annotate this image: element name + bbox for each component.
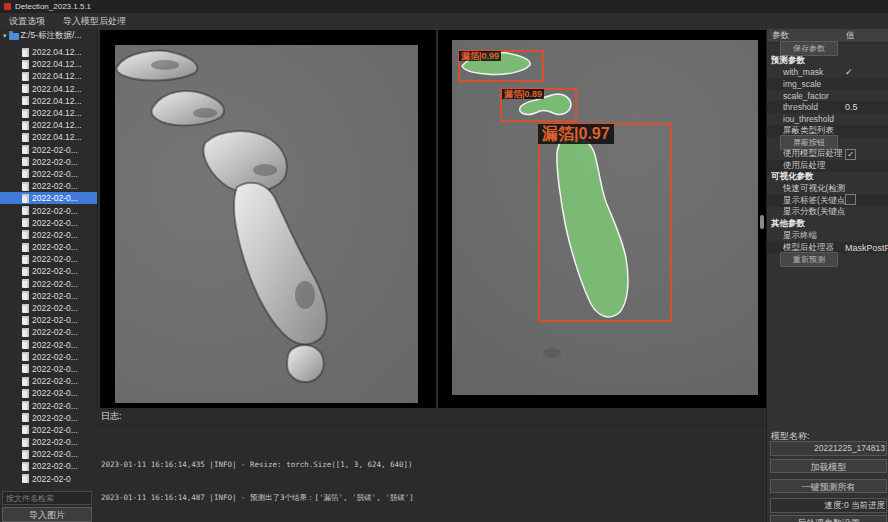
- param-row[interactable]: iou_threshold: [767, 113, 888, 125]
- param-row[interactable]: 预测参数: [767, 55, 888, 67]
- param-row[interactable]: 显示标签(关键点): [767, 195, 888, 207]
- tree-file-item[interactable]: 2022-02-0...: [0, 387, 97, 399]
- import-images-button[interactable]: 导入图片: [2, 507, 92, 522]
- file-icon: [22, 462, 29, 471]
- tree-file-item[interactable]: 2022-02-0...: [0, 168, 97, 180]
- param-row[interactable]: 显示终端: [767, 230, 888, 242]
- tree-root-folder[interactable]: ▾ Z:/5-标注数据/...: [0, 29, 97, 43]
- tree-file-item[interactable]: 2022.04.12...: [0, 107, 97, 119]
- tree-file-item[interactable]: 2022-02-0...: [0, 399, 97, 411]
- detection-label-3: 漏箔|0.97: [538, 124, 614, 144]
- tree-file-item[interactable]: 2022-02-0...: [0, 448, 97, 460]
- file-icon: [22, 157, 29, 166]
- param-row[interactable]: 显示分数(关键点): [767, 207, 888, 219]
- tree-file-item[interactable]: 2022.04.12...: [0, 58, 97, 70]
- tree-file-item[interactable]: 2022.04.12...: [0, 70, 97, 82]
- param-row[interactable]: img_scale: [767, 78, 888, 90]
- tree-file-item[interactable]: 2022-02-0...: [0, 412, 97, 424]
- param-row[interactable]: scale_factor: [767, 90, 888, 102]
- param-value: [845, 56, 888, 65]
- tree-file-item[interactable]: 2022-02-0...: [0, 436, 97, 448]
- menu-import-postprocess[interactable]: 导入模型后处理: [54, 13, 135, 29]
- predict-all-button[interactable]: 一键预测所有: [770, 479, 887, 493]
- param-value: [845, 194, 888, 207]
- tree-file-item[interactable]: 2022-02-0...: [0, 253, 97, 265]
- param-value: [845, 91, 888, 100]
- log-line: 2023-01-11 16:16:14,487 |INFO| - 预测出了3个结…: [101, 494, 766, 502]
- defect-blobs-graphic: [115, 45, 418, 403]
- param-label: iou_threshold: [783, 114, 845, 124]
- tree-file-item[interactable]: 2022.04.12...: [0, 46, 97, 58]
- param-value: [845, 185, 888, 194]
- log-panel[interactable]: 日志: 2023-01-11 16:16:14,435 |INFO| - Res…: [97, 408, 766, 522]
- tree-file-item[interactable]: 2022-02-0...: [0, 278, 97, 290]
- param-value: ✓: [845, 149, 888, 160]
- tree-file-item[interactable]: 2022-02-0...: [0, 229, 97, 241]
- tree-file-item[interactable]: 2022.04.12...: [0, 83, 97, 95]
- tree-file-item[interactable]: 2022-02-0...: [0, 180, 97, 192]
- param-row[interactable]: 可视化参数: [767, 172, 888, 184]
- param-row[interactable]: 快速可视化(检测): [767, 183, 888, 195]
- param-row[interactable]: 使用后处理: [767, 160, 888, 172]
- speed-status: 速度:0 当前进度: [770, 498, 887, 513]
- tree-file-label: 2022-02-0...: [32, 425, 78, 435]
- tree-file-label: 2022-02-0...: [32, 315, 78, 325]
- scrollbar-thumb[interactable]: [760, 215, 764, 229]
- param-checkbox[interactable]: ✓: [845, 67, 853, 77]
- param-checkbox[interactable]: [845, 194, 856, 205]
- tree-file-item[interactable]: 2022-02-0...: [0, 192, 97, 204]
- tree-file-item[interactable]: 2022-02-0...: [0, 156, 97, 168]
- tree-file-item[interactable]: 2022-02-0...: [0, 290, 97, 302]
- tree-root-label: Z:/5-标注数据/...: [21, 30, 82, 42]
- param-checkbox[interactable]: MaskPostPro: [845, 243, 888, 253]
- tree-file-item[interactable]: 2022-02-0...: [0, 363, 97, 375]
- tree-file-label: 2022-02-0...: [32, 181, 78, 191]
- tree-file-item[interactable]: 2022-02-0...: [0, 265, 97, 277]
- tree-file-item[interactable]: 2022-02-0...: [0, 217, 97, 229]
- param-row[interactable]: with_mask ✓: [767, 66, 888, 78]
- title-bar: Detection_2023.1.5.1: [0, 0, 888, 13]
- tree-file-item[interactable]: 2022-02-0...: [0, 460, 97, 472]
- filename-search-input[interactable]: [2, 491, 92, 505]
- param-value: [845, 208, 888, 217]
- detection-label-2: 漏箔|0.89: [502, 89, 544, 99]
- tree-file-item[interactable]: 2022-02-0...: [0, 375, 97, 387]
- tree-file-item[interactable]: 2022.04.12...: [0, 119, 97, 131]
- file-icon: [22, 84, 29, 93]
- file-icon: [22, 133, 29, 142]
- chevron-down-icon[interactable]: ▾: [3, 32, 7, 40]
- tree-file-item[interactable]: 2022-02-0...: [0, 314, 97, 326]
- param-row[interactable]: 保存参数: [767, 43, 888, 55]
- tree-file-item[interactable]: 2022-02-0...: [0, 326, 97, 338]
- tree-file-label: 2022-02-0: [32, 474, 71, 484]
- param-row[interactable]: 重新预测: [767, 253, 888, 265]
- file-icon: [22, 182, 29, 191]
- load-model-button[interactable]: 加载模型: [770, 459, 887, 473]
- tree-file-item[interactable]: 2022-02-0...: [0, 241, 97, 253]
- tree-file-item[interactable]: 2022-02-0...: [0, 144, 97, 156]
- tree-file-item[interactable]: 2022.04.12...: [0, 95, 97, 107]
- tree-file-item[interactable]: 2022-02-0...: [0, 351, 97, 363]
- tree-file-item[interactable]: 2022-02-0...: [0, 204, 97, 216]
- tree-file-item[interactable]: 2022-02-0...: [0, 424, 97, 436]
- param-row[interactable]: 屏蔽按钮: [767, 137, 888, 149]
- param-checkbox[interactable]: ✓: [845, 149, 856, 160]
- menu-settings[interactable]: 设置选项: [0, 13, 54, 29]
- param-row[interactable]: threshold 0.5: [767, 101, 888, 113]
- tree-file-item[interactable]: 2022-02-0: [0, 473, 97, 485]
- param-row[interactable]: 其他参数: [767, 218, 888, 230]
- file-icon: [22, 389, 29, 398]
- tree-file-label: 2022-02-0...: [32, 364, 78, 374]
- window-title: Detection_2023.1.5.1: [15, 2, 91, 11]
- tree-file-item[interactable]: 2022.04.12...: [0, 131, 97, 143]
- param-checkbox[interactable]: 0.5: [845, 102, 858, 112]
- postprocess-settings-button[interactable]: 后处理参数设置: [770, 515, 887, 522]
- parameters-panel: 参数 值 保存参数 预测参数 with_mask ✓: [766, 29, 888, 522]
- tree-file-item[interactable]: 2022-02-0...: [0, 302, 97, 314]
- tree-item-list: 2022.04.12... 2022.04.12... 2022.04.12..…: [0, 46, 97, 489]
- tree-file-item[interactable]: 2022-02-0...: [0, 339, 97, 351]
- model-name-field[interactable]: 20221225_174813: [770, 441, 887, 456]
- original-image-canvas[interactable]: [100, 30, 436, 408]
- prediction-image-canvas[interactable]: 漏箔|0.99 漏箔|0.89 漏箔|0.97: [438, 30, 766, 408]
- param-row[interactable]: 使用模型后处理 ✓: [767, 148, 888, 160]
